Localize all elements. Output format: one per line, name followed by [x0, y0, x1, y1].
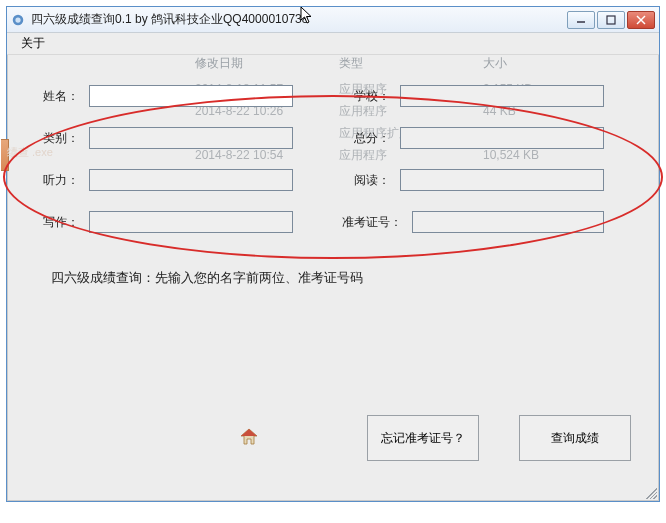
ticket-label: 准考证号：: [330, 214, 412, 231]
category-label: 类别：: [19, 130, 89, 147]
writing-input[interactable]: [89, 211, 293, 233]
listening-input[interactable]: [89, 169, 293, 191]
school-input[interactable]: [400, 85, 604, 107]
svg-marker-7: [241, 429, 257, 436]
listening-label: 听力：: [19, 172, 89, 189]
client-area: 绩查 .exe 修改日期 2014-8-18 11:57 2014-8-22 1…: [7, 55, 659, 501]
school-label: 学校：: [330, 88, 400, 105]
writing-label: 写作：: [19, 214, 89, 231]
home-icon: [239, 427, 259, 447]
svg-rect-3: [607, 16, 615, 24]
menu-bar: 关于: [7, 33, 659, 55]
total-label: 总分：: [330, 130, 400, 147]
ghost-size-header: 大小: [483, 55, 611, 72]
reading-input[interactable]: [400, 169, 604, 191]
resize-grip[interactable]: [643, 485, 657, 499]
query-score-button[interactable]: 查询成绩: [519, 415, 631, 461]
window-title: 四六级成绩查询0.1 by 鸽讯科技企业QQ4000010738: [31, 11, 567, 28]
score-form: 姓名： 学校： 类别： 总分：: [19, 83, 641, 251]
total-input[interactable]: [400, 127, 604, 149]
reading-label: 阅读：: [330, 172, 400, 189]
ticket-input[interactable]: [412, 211, 604, 233]
title-bar[interactable]: 四六级成绩查询0.1 by 鸽讯科技企业QQ4000010738: [7, 7, 659, 33]
svg-point-1: [15, 17, 20, 22]
name-input[interactable]: [89, 85, 293, 107]
close-button[interactable]: [627, 11, 655, 29]
menu-about[interactable]: 关于: [13, 33, 53, 54]
instruction-text: 四六级成绩查询：先输入您的名字前两位、准考证号码: [51, 269, 363, 287]
name-label: 姓名：: [19, 88, 89, 105]
maximize-button[interactable]: [597, 11, 625, 29]
app-icon: [11, 13, 25, 27]
category-input[interactable]: [89, 127, 293, 149]
ghost-type-header: 类型: [339, 55, 467, 72]
ghost-date-header: 修改日期: [195, 55, 323, 72]
forgot-ticket-button[interactable]: 忘记准考证号？: [367, 415, 479, 461]
app-window: 四六级成绩查询0.1 by 鸽讯科技企业QQ4000010738 关于 绩查 .…: [6, 6, 660, 502]
minimize-button[interactable]: [567, 11, 595, 29]
